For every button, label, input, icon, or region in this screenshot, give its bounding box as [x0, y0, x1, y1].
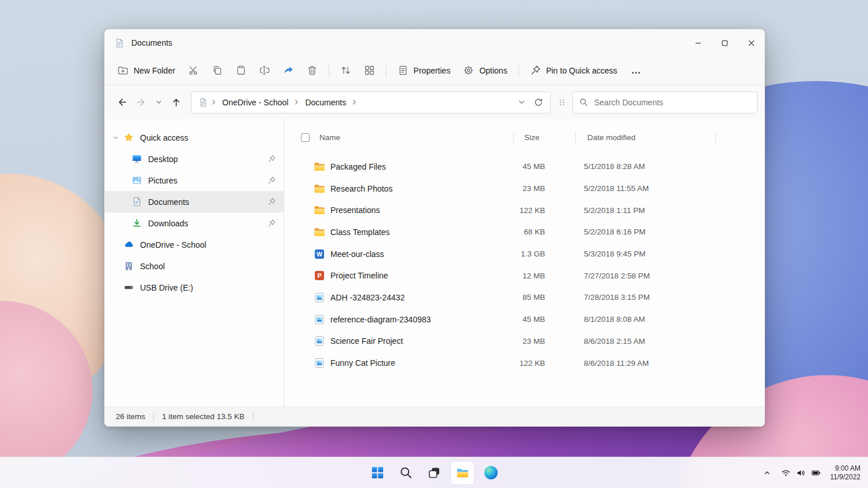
recent-locations-button[interactable]: [151, 93, 166, 112]
pin-icon[interactable]: [267, 155, 276, 163]
file-name: Class Templates: [330, 228, 389, 237]
paste-button[interactable]: [230, 61, 252, 80]
sidebar-item-documents[interactable]: Documents: [105, 191, 284, 212]
file-row-science-fair-project[interactable]: Science Fair Project 23 MB 8/6/2018 2:15…: [284, 331, 764, 353]
column-separator[interactable]: [715, 131, 716, 144]
sidebar-item-label: Documents: [148, 197, 189, 207]
documents-icon: [132, 197, 142, 207]
file-row-research-photos[interactable]: Research Photos 23 MB 5/2/2018 11:55 AM: [284, 178, 764, 200]
file-explorer-taskbar-button[interactable]: [451, 461, 474, 485]
usb-drive-icon: [124, 282, 134, 292]
close-button[interactable]: [738, 30, 764, 56]
copy-button[interactable]: [206, 61, 229, 80]
file-row-reference-diagram[interactable]: reference-diagram-2340983 45 MB 8/1/2018…: [284, 309, 764, 331]
file-row-funny-cat-picture[interactable]: Funny Cat Picture 122 KB 8/6/2018 11:29 …: [284, 352, 764, 374]
delete-button[interactable]: [301, 61, 323, 80]
selection-summary: 1 item selected 13.5 KB: [162, 412, 245, 421]
rename-button[interactable]: [253, 61, 276, 80]
more-options-button[interactable]: …: [624, 65, 649, 76]
sidebar-item-usb-drive[interactable]: USB Drive (E:): [105, 277, 284, 298]
file-explorer-icon: [456, 466, 469, 479]
name-column-header[interactable]: Name: [284, 133, 513, 142]
new-folder-button[interactable]: New Folder: [112, 61, 181, 80]
breadcrumb-documents[interactable]: Documents: [301, 96, 350, 109]
file-size: 23 MB: [513, 184, 575, 193]
file-name: Packaged Files: [330, 162, 386, 171]
sort-button[interactable]: [334, 61, 357, 80]
hidden-icons-chevron-icon[interactable]: [763, 469, 771, 476]
taskbar-search-button[interactable]: [394, 461, 417, 485]
desktop-icon: [132, 154, 142, 164]
star-icon: [124, 133, 134, 142]
maximize-button[interactable]: [711, 30, 738, 56]
back-button[interactable]: [112, 93, 131, 112]
size-column-header[interactable]: Size: [513, 133, 575, 142]
chevron-right-icon[interactable]: [351, 98, 358, 106]
column-separator[interactable]: [575, 131, 576, 144]
file-date-modified: 7/28/2018 3:15 PM: [575, 293, 715, 302]
chevron-down-icon[interactable]: [112, 134, 119, 141]
select-all-checkbox[interactable]: [301, 133, 310, 142]
properties-button[interactable]: Properties: [392, 61, 457, 80]
file-row-packaged-files[interactable]: Packaged Files 45 MB 5/1/2018 8:28 AM: [284, 156, 764, 178]
file-date-modified: 5/1/2018 8:28 AM: [575, 162, 715, 171]
folder-icon: [314, 183, 325, 195]
wifi-icon[interactable]: [781, 468, 790, 478]
new-folder-label: New Folder: [134, 66, 175, 75]
refresh-icon[interactable]: [534, 98, 543, 107]
paste-icon: [236, 65, 247, 76]
address-dropdown-icon[interactable]: [517, 98, 526, 107]
start-button[interactable]: [366, 461, 389, 485]
sidebar-item-school[interactable]: School: [105, 255, 284, 277]
sidebar-item-desktop[interactable]: Desktop: [105, 148, 284, 170]
file-row-project-timeline[interactable]: Project Timeline 12 MB 7/27/2018 2:58 PM: [284, 265, 764, 287]
share-button[interactable]: [277, 61, 300, 80]
sidebar-item-quick-access[interactable]: Quick access: [105, 127, 284, 148]
taskbar-clock[interactable]: 9:00 AM 11/9/2022: [830, 464, 861, 482]
file-row-class-templates[interactable]: Class Templates 68 KB 5/2/2018 6:16 PM: [284, 221, 764, 243]
status-separator: [253, 412, 253, 421]
window-titlebar[interactable]: Documents: [105, 30, 764, 56]
resize-grip-icon[interactable]: [557, 98, 567, 107]
cut-button[interactable]: [182, 61, 205, 80]
options-button[interactable]: Options: [457, 61, 513, 80]
battery-icon[interactable]: [811, 468, 821, 478]
view-button[interactable]: [358, 61, 381, 80]
folder-icon: [314, 226, 325, 238]
minimize-button[interactable]: [685, 30, 711, 56]
file-row-presentations[interactable]: Presentations 122 KB 5/2/2018 1:11 PM: [284, 199, 764, 221]
volume-icon[interactable]: [796, 468, 806, 478]
edge-taskbar-button[interactable]: [479, 461, 502, 485]
sidebar-item-downloads[interactable]: Downloads: [105, 212, 284, 234]
image-file-icon: [314, 292, 325, 303]
file-row-adh[interactable]: ADH -324823-24432 85 MB 7/28/2018 3:15 P…: [284, 287, 764, 309]
cut-icon: [188, 65, 199, 76]
word-document-icon: [314, 248, 325, 260]
chevron-down-icon: [155, 98, 163, 106]
sidebar-item-label: OneDrive - School: [140, 240, 206, 249]
pin-icon[interactable]: [267, 219, 276, 228]
pin-to-quick-access-button[interactable]: Pin to Quick access: [524, 61, 623, 80]
up-button[interactable]: [166, 93, 186, 112]
status-separator: [153, 412, 154, 421]
forward-button[interactable]: [131, 93, 151, 112]
address-bar[interactable]: OneDrive - School Documents: [191, 91, 551, 113]
sidebar-item-onedrive-school[interactable]: OneDrive - School: [105, 234, 284, 255]
file-row-meet-our-class[interactable]: Meet-our-class 1.3 GB 5/3/2018 9:45 PM: [284, 243, 764, 265]
file-date-modified: 8/6/2018 2:15 AM: [575, 337, 715, 346]
date-modified-column-header[interactable]: Date modified: [575, 133, 715, 142]
gear-icon: [463, 65, 474, 76]
sidebar-item-label: School: [140, 262, 165, 271]
close-icon: [747, 39, 756, 47]
chevron-right-icon[interactable]: [293, 98, 300, 106]
task-view-button[interactable]: [422, 461, 446, 485]
sidebar-item-pictures[interactable]: Pictures: [105, 170, 284, 191]
pin-icon[interactable]: [267, 197, 276, 206]
status-bar: 26 items 1 item selected 13.5 KB: [105, 406, 764, 426]
search-input[interactable]: [593, 97, 751, 108]
breadcrumb-onedrive[interactable]: OneDrive - School: [218, 96, 292, 109]
search-box[interactable]: [572, 91, 757, 113]
column-separator[interactable]: [513, 131, 514, 144]
pin-icon[interactable]: [267, 176, 276, 185]
new-folder-icon: [117, 65, 128, 76]
